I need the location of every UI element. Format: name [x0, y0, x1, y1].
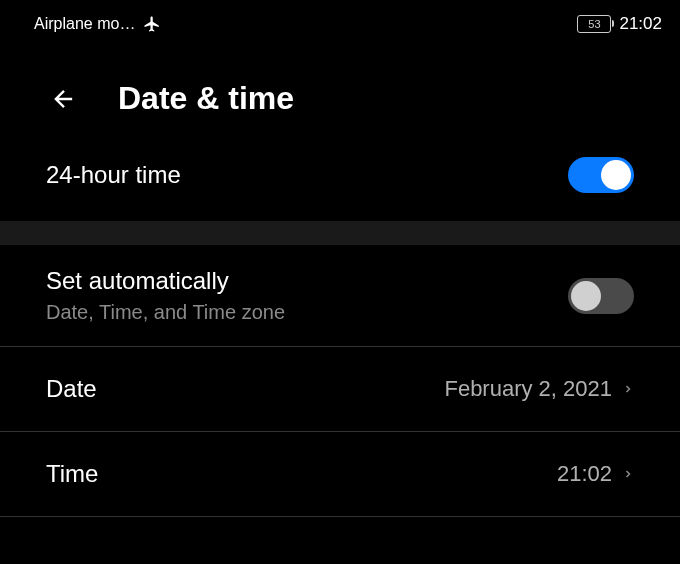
battery-percent: 53 [588, 18, 600, 30]
toggle-set-automatically[interactable] [568, 278, 634, 314]
status-left: Airplane mo… [34, 15, 161, 33]
setting-label-time: Time [46, 460, 98, 488]
status-right: 53 21:02 [577, 14, 662, 34]
setting-value-time: 21:02 [557, 461, 612, 487]
status-bar: Airplane mo… 53 21:02 [0, 0, 680, 48]
toggle-24-hour-time[interactable] [568, 157, 634, 193]
setting-label-date: Date [46, 375, 97, 403]
section-divider [0, 221, 680, 245]
status-time: 21:02 [619, 14, 662, 34]
battery-icon: 53 [577, 15, 611, 33]
setting-label-set-automatically: Set automatically [46, 267, 285, 295]
airplane-mode-label: Airplane mo… [34, 15, 135, 33]
back-icon[interactable] [50, 85, 78, 113]
chevron-right-icon [622, 379, 634, 399]
setting-date-row[interactable]: Date February 2, 2021 [0, 347, 680, 432]
page-title: Date & time [118, 80, 294, 117]
setting-24-hour-time: 24-hour time [0, 147, 680, 221]
chevron-right-icon [622, 464, 634, 484]
setting-label-24-hour: 24-hour time [46, 161, 181, 189]
setting-sublabel-set-automatically: Date, Time, and Time zone [46, 301, 285, 324]
setting-set-automatically: Set automatically Date, Time, and Time z… [0, 245, 680, 347]
setting-time-row[interactable]: Time 21:02 [0, 432, 680, 517]
airplane-icon [143, 15, 161, 33]
setting-value-date: February 2, 2021 [444, 376, 612, 402]
header: Date & time [0, 48, 680, 147]
